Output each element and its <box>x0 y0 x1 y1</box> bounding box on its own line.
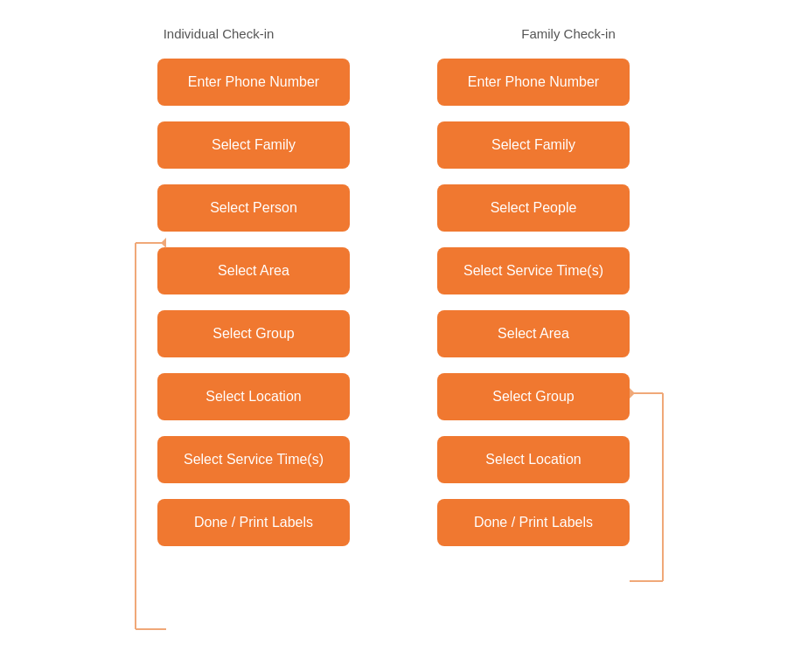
individual-step-0[interactable]: Enter Phone Number <box>157 59 350 106</box>
diagram: Individual Check-in Family Check-in Prov… <box>0 0 787 672</box>
family-step-3[interactable]: Select Service Time(s) <box>437 247 630 294</box>
individual-step-4[interactable]: Select Group <box>157 310 350 357</box>
family-step-0[interactable]: Enter Phone Number <box>437 59 630 106</box>
individual-step-6[interactable]: Select Service Time(s) <box>157 436 350 483</box>
column-headers: Individual Check-in Family Check-in <box>0 17 787 41</box>
individual-step-3[interactable]: Select Area <box>157 247 350 294</box>
family-header: Family Check-in <box>472 26 665 41</box>
family-step-1[interactable]: Select Family <box>437 121 630 169</box>
family-step-5[interactable]: Select Group <box>437 373 630 420</box>
individual-step-1[interactable]: Select Family <box>157 121 350 169</box>
individual-step-7[interactable]: Done / Print Labels <box>157 499 350 546</box>
individual-column: Enter Phone Number Select Family Select … <box>157 59 350 546</box>
columns-container: Provides option to repeat after printing… <box>0 59 787 546</box>
individual-header: Individual Check-in <box>122 26 315 41</box>
family-step-7[interactable]: Done / Print Labels <box>437 499 630 546</box>
individual-step-5[interactable]: Select Location <box>157 373 350 420</box>
family-step-2[interactable]: Select People <box>437 184 630 232</box>
family-column: Enter Phone Number Select Family Select … <box>437 59 630 546</box>
individual-step-2[interactable]: Select Person <box>157 184 350 232</box>
family-step-6[interactable]: Select Location <box>437 436 630 483</box>
family-step-4[interactable]: Select Area <box>437 310 630 357</box>
